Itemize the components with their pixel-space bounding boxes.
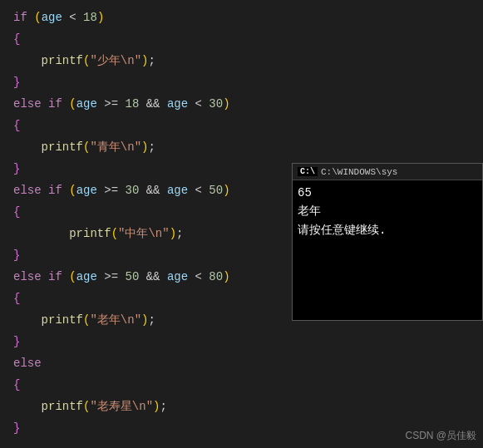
terminal-body: 65老年请按任意键继续. [293, 180, 482, 320]
terminal-output-line: 65 [298, 184, 477, 202]
code-line: printf("少年\n"); [0, 50, 483, 71]
code-line: printf("青年\n"); [0, 136, 483, 158]
cmd-icon: C:\ [298, 167, 318, 176]
code-line: printf("老寿星\n"); [0, 396, 483, 417]
code-line: if (age < 18) [0, 7, 483, 28]
terminal-output-line: 老年 [298, 202, 477, 220]
code-line: { [0, 374, 483, 396]
code-line: else [0, 352, 483, 374]
terminal-titlebar: C:\ C:\WINDOWS\sys [293, 164, 482, 180]
watermark: CSDN @员佳毅 [405, 429, 476, 443]
terminal-output-line: 请按任意键继续. [298, 221, 477, 239]
code-line: } [0, 71, 483, 93]
code-line: { [0, 28, 483, 50]
code-line: } [0, 331, 483, 352]
code-line: else if (age >= 18 && age < 30) [0, 93, 483, 115]
terminal-title: C:\WINDOWS\sys [321, 167, 397, 177]
code-line: { [0, 115, 483, 136]
terminal-window: C:\ C:\WINDOWS\sys 65老年请按任意键继续. [292, 163, 483, 321]
